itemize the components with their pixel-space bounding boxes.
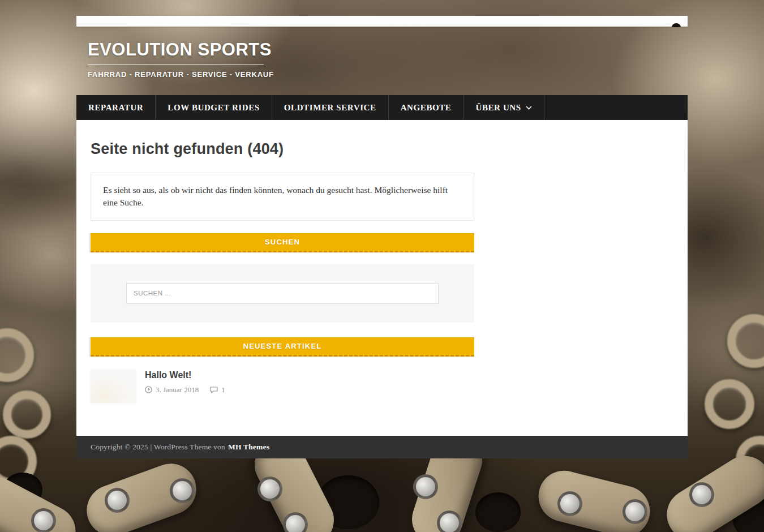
recent-articles-widget-title: NEUESTE ARTIKEL bbox=[91, 337, 474, 357]
nav-item-low-budget-rides[interactable]: LOW BUDGET RIDES bbox=[156, 95, 272, 120]
chevron-down-icon bbox=[526, 106, 532, 110]
article-info: Hallo Welt! 3. Januar 2018 1 bbox=[145, 369, 225, 403]
recent-article-row: Hallo Welt! 3. Januar 2018 1 bbox=[91, 369, 474, 403]
main-navigation: REPARATUR LOW BUDGET RIDES OLDTIMER SERV… bbox=[76, 95, 688, 120]
chain-rivet-shape bbox=[437, 510, 462, 532]
copyright-text: Copyright © 2025 | WordPress Theme von bbox=[91, 443, 225, 452]
nav-item-reparatur[interactable]: REPARATUR bbox=[76, 95, 156, 120]
site-footer: Copyright © 2025 | WordPress Theme von M… bbox=[76, 436, 688, 458]
chain-rivet-shape bbox=[557, 491, 582, 516]
chain-rivet-shape bbox=[170, 478, 195, 503]
error-notice-text: Es sieht so aus, als ob wir nicht das fi… bbox=[103, 185, 448, 207]
site-branding[interactable]: EVOLUTION SPORTS FAHRRAD - REPARATUR - S… bbox=[88, 40, 274, 79]
article-meta: 3. Januar 2018 1 bbox=[145, 385, 225, 394]
chain-rivet-shape bbox=[31, 508, 56, 532]
chain-rivet-shape bbox=[689, 482, 714, 507]
recent-articles-title-label: NEUESTE ARTIKEL bbox=[243, 342, 322, 350]
mouse-cursor bbox=[672, 23, 681, 27]
nav-item-ueber-uns[interactable]: ÜBER UNS bbox=[463, 95, 544, 120]
search-widget-panel bbox=[91, 264, 474, 323]
article-comment-count: 1 bbox=[221, 385, 225, 394]
comment-bubble-icon bbox=[210, 387, 218, 393]
search-widget-title: SUCHEN bbox=[91, 233, 474, 252]
site-title[interactable]: EVOLUTION SPORTS bbox=[88, 40, 274, 59]
clock-icon bbox=[145, 386, 152, 393]
chain-rivet-shape bbox=[623, 499, 647, 524]
article-thumbnail[interactable] bbox=[91, 369, 136, 403]
article-date-meta: 3. Januar 2018 bbox=[145, 385, 199, 394]
nav-list: REPARATUR LOW BUDGET RIDES OLDTIMER SERV… bbox=[76, 95, 688, 120]
chain-rivet-shape bbox=[105, 488, 130, 513]
nav-item-label: ANGEBOTE bbox=[401, 103, 452, 113]
error-notice-box: Es sieht so aus, als ob wir nicht das fi… bbox=[91, 173, 474, 221]
article-comments-meta[interactable]: 1 bbox=[210, 385, 225, 394]
article-date: 3. Januar 2018 bbox=[156, 385, 199, 394]
content-area: Seite nicht gefunden (404) Es sieht so a… bbox=[76, 120, 688, 436]
site-header: EVOLUTION SPORTS FAHRRAD - REPARATUR - S… bbox=[76, 27, 688, 95]
article-title-link[interactable]: Hallo Welt! bbox=[145, 370, 225, 380]
chain-gap-shape bbox=[475, 492, 521, 532]
chain-ring-shape bbox=[3, 391, 51, 439]
nav-item-label: OLDTIMER SERVICE bbox=[284, 103, 376, 113]
nav-item-label: ÜBER UNS bbox=[475, 103, 521, 113]
main-column: Seite nicht gefunden (404) Es sieht so a… bbox=[91, 140, 474, 403]
theme-link[interactable]: MH Themes bbox=[228, 443, 269, 452]
nav-item-label: REPARATUR bbox=[88, 103, 143, 113]
page-title: Seite nicht gefunden (404) bbox=[91, 140, 474, 158]
chain-rivet-shape bbox=[257, 477, 282, 501]
search-input[interactable] bbox=[126, 283, 439, 304]
search-widget-title-label: SUCHEN bbox=[265, 238, 300, 246]
nav-item-angebote[interactable]: ANGEBOTE bbox=[389, 95, 464, 120]
page-column: EVOLUTION SPORTS FAHRRAD - REPARATUR - S… bbox=[76, 16, 688, 458]
site-tagline: FAHRRAD - REPARATUR - SERVICE - VERKAUF bbox=[88, 70, 274, 79]
chain-ring-shape bbox=[705, 379, 754, 429]
nav-item-oldtimer-service[interactable]: OLDTIMER SERVICE bbox=[272, 95, 389, 120]
top-white-bar bbox=[76, 16, 688, 27]
title-divider bbox=[88, 65, 264, 65]
chain-rivet-shape bbox=[413, 474, 438, 499]
nav-item-label: LOW BUDGET RIDES bbox=[168, 103, 259, 113]
